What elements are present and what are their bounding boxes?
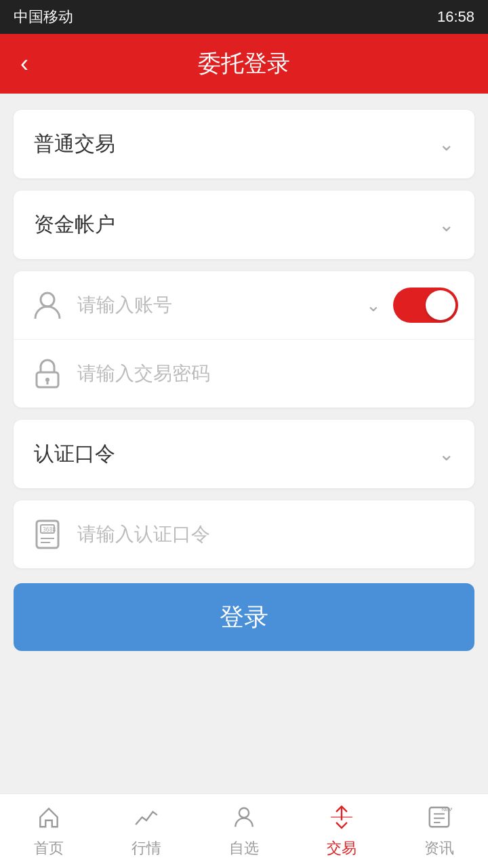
svg-text:NEWS: NEWS	[441, 806, 452, 812]
status-bar: 中国移动 16:58	[0, 0, 488, 34]
trade-type-chevron-icon: ⌄	[439, 133, 454, 155]
page-title: 委托登录	[198, 48, 290, 79]
account-chevron-icon: ⌄	[439, 214, 454, 236]
status-right: 16:58	[437, 8, 474, 26]
market-icon	[134, 804, 159, 834]
trade-icon	[329, 804, 354, 834]
nav-home-label: 首页	[34, 838, 64, 859]
account-dropdown[interactable]: 资金帐户 ⌄	[14, 191, 474, 259]
home-icon	[36, 804, 62, 834]
svg-text:3688: 3688	[43, 527, 56, 533]
carrier-text: 中国移动	[14, 7, 73, 27]
password-row	[14, 340, 474, 408]
nav-item-news[interactable]: NEWS 资讯	[390, 794, 488, 868]
account-number-row: ⌄	[14, 271, 474, 340]
nav-item-trade[interactable]: 交易	[293, 794, 390, 868]
nav-market-label: 行情	[131, 838, 161, 859]
nav-news-label: 资讯	[424, 838, 454, 859]
account-label: 资金帐户	[34, 211, 115, 239]
toggle-thumb	[426, 290, 455, 320]
auth-chevron-icon: ⌄	[439, 443, 454, 465]
auth-dropdown[interactable]: 认证口令 ⌄	[14, 420, 474, 488]
lock-icon	[30, 356, 65, 391]
toggle-wrapper[interactable]	[393, 288, 458, 323]
nav-trade-label: 交易	[327, 838, 357, 859]
svg-point-9	[239, 808, 249, 817]
token-input[interactable]	[77, 524, 458, 545]
auth-section: 认证口令 ⌄	[14, 420, 474, 488]
token-input-row: 3688	[14, 500, 474, 568]
account-number-chevron-icon[interactable]: ⌄	[366, 295, 381, 316]
nav-item-home[interactable]: 首页	[0, 794, 98, 868]
header: ‹ 委托登录	[0, 34, 488, 94]
back-button[interactable]: ‹	[20, 50, 28, 78]
account-number-input[interactable]	[77, 294, 359, 316]
toggle-track[interactable]	[393, 288, 458, 323]
auth-label: 认证口令	[34, 440, 115, 468]
account-input-inner: ⌄	[77, 294, 381, 316]
svg-point-2	[45, 378, 49, 382]
person-icon	[30, 288, 65, 323]
bottom-nav: 首页 行情 自选 交易	[0, 793, 488, 868]
nav-item-watchlist[interactable]: 自选	[195, 794, 293, 868]
svg-point-0	[41, 293, 54, 307]
login-button[interactable]: 登录	[14, 583, 474, 651]
password-input[interactable]	[77, 363, 458, 384]
trade-type-label: 普通交易	[34, 130, 115, 158]
nav-item-market[interactable]: 行情	[98, 794, 195, 868]
watchlist-icon	[231, 804, 257, 834]
news-icon: NEWS	[426, 804, 452, 834]
nav-watchlist-label: 自选	[229, 838, 259, 859]
main-content: 普通交易 ⌄ 资金帐户 ⌄ ⌄	[0, 94, 488, 793]
trade-type-dropdown[interactable]: 普通交易 ⌄	[14, 110, 474, 178]
time-text: 16:58	[437, 8, 474, 26]
token-device-icon: 3688	[30, 517, 65, 552]
token-input-card: 3688	[14, 500, 474, 568]
account-input-card: ⌄	[14, 271, 474, 408]
